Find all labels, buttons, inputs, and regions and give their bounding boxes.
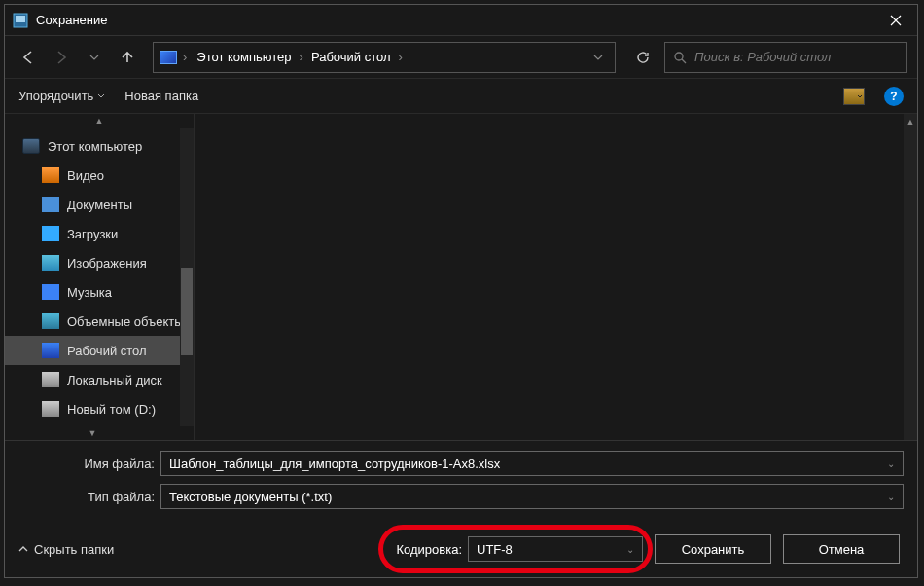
filename-input[interactable]: Шаблон_таблицы_для_импорта_сотрудников-1…	[160, 451, 904, 476]
downloads-icon	[42, 226, 59, 241]
filetype-label: Тип файла:	[18, 490, 155, 504]
cancel-button[interactable]: Отмена	[783, 534, 900, 564]
address-bar[interactable]: › Этот компьютер › Рабочий стол ›	[153, 42, 616, 73]
sidebar-scroll-up[interactable]: ▲	[5, 114, 194, 128]
chevron-right-icon: ›	[183, 50, 187, 64]
computer-icon	[22, 138, 40, 154]
dialog-title: Сохранение	[36, 13, 873, 27]
svg-rect-1	[16, 16, 25, 22]
filename-label: Имя файла:	[18, 457, 155, 471]
nav-up-button[interactable]	[114, 44, 141, 71]
search-input[interactable]: Поиск в: Рабочий стол	[664, 42, 907, 73]
titlebar: Сохранение	[5, 5, 917, 36]
file-list-pane[interactable]: ▲	[195, 114, 917, 440]
chevron-right-icon: ›	[399, 50, 403, 64]
hide-folders-toggle[interactable]: Скрыть папки	[18, 542, 114, 557]
chevron-up-icon	[18, 544, 28, 554]
encoding-group: Кодировка: UTF-8 ⌄	[396, 536, 643, 562]
refresh-button[interactable]	[627, 42, 658, 73]
documents-icon	[42, 197, 59, 212]
navbar: › Этот компьютер › Рабочий стол › Поиск …	[5, 36, 917, 79]
filetype-select[interactable]: Текстовые документы (*.txt) ⌄	[160, 484, 904, 509]
sidebar-scroll-down[interactable]: ▼	[5, 426, 180, 440]
desktop-icon	[42, 343, 59, 358]
main-scrollbar[interactable]: ▲	[904, 114, 917, 440]
objects3d-icon	[42, 313, 59, 329]
save-button[interactable]: Сохранить	[655, 534, 771, 564]
dialog-body: ▲ Этот компьютер Видео Документы Загрузк…	[5, 114, 917, 440]
search-icon	[673, 51, 687, 64]
music-icon	[42, 284, 59, 300]
chevron-down-icon: ⌄	[626, 544, 634, 555]
organize-menu[interactable]: Упорядочить	[18, 89, 105, 103]
tree-item-video[interactable]: Видео	[5, 161, 194, 190]
chevron-down-icon: ⌄	[887, 492, 895, 502]
new-folder-button[interactable]: Новая папка	[124, 89, 198, 103]
tree-item-desktop[interactable]: Рабочий стол	[5, 336, 194, 365]
nav-back-button[interactable]	[15, 44, 42, 71]
close-button[interactable]	[873, 6, 917, 35]
video-icon	[42, 167, 59, 183]
help-button[interactable]: ?	[884, 87, 904, 106]
tree-item-newvolume[interactable]: Новый том (D:) ⌄	[5, 394, 194, 423]
tree-item-documents[interactable]: Документы	[5, 190, 194, 219]
chevron-down-icon[interactable]: ⌄	[887, 458, 895, 469]
tree-item-3dobjects[interactable]: Объемные объекты	[5, 307, 194, 336]
breadcrumb: Этот компьютер › Рабочий стол ›	[193, 48, 582, 66]
toolbar: Упорядочить Новая папка ?	[5, 79, 917, 114]
images-icon	[42, 255, 59, 271]
tree-item-images[interactable]: Изображения	[5, 248, 194, 277]
tree-item-computer[interactable]: Этот компьютер	[5, 131, 194, 161]
encoding-select[interactable]: UTF-8 ⌄	[468, 536, 643, 562]
nav-tree: Этот компьютер Видео Документы Загрузки …	[5, 128, 194, 427]
scrollbar-thumb[interactable]	[181, 268, 193, 355]
save-dialog: Сохранение › Этот компьютер › Рабочий ст…	[4, 4, 918, 578]
encoding-label: Кодировка:	[396, 542, 462, 557]
drive-icon	[42, 372, 59, 387]
location-icon	[160, 51, 177, 64]
sidebar-scrollbar[interactable]	[180, 128, 194, 426]
breadcrumb-desktop[interactable]: Рабочий стол	[307, 48, 395, 66]
nav-recent-dropdown[interactable]	[81, 44, 108, 71]
svg-point-2	[675, 53, 683, 60]
tree-item-music[interactable]: Музыка	[5, 277, 194, 307]
nav-forward-button[interactable]	[48, 44, 75, 71]
app-icon	[13, 13, 28, 28]
bottom-panel: Имя файла: Шаблон_таблицы_для_импорта_со…	[5, 440, 917, 521]
nav-sidebar: ▲ Этот компьютер Видео Документы Загрузк…	[5, 114, 195, 440]
breadcrumb-computer[interactable]: Этот компьютер	[193, 48, 295, 66]
drive-icon	[42, 401, 59, 417]
tree-item-downloads[interactable]: Загрузки	[5, 219, 194, 248]
footer: Скрыть папки Кодировка: UTF-8 ⌄ Сохранит…	[5, 521, 917, 577]
address-dropdown[interactable]	[587, 53, 609, 62]
view-mode-button[interactable]	[843, 88, 865, 105]
search-placeholder: Поиск в: Рабочий стол	[694, 50, 831, 64]
chevron-down-icon	[97, 92, 105, 100]
tree-item-localdisk[interactable]: Локальный диск	[5, 365, 194, 394]
chevron-right-icon: ›	[300, 50, 303, 64]
